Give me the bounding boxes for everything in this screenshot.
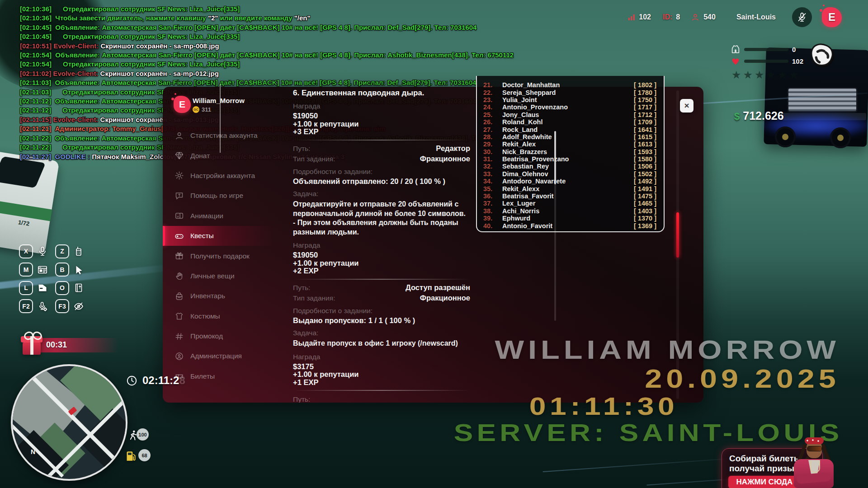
sidebar-item-promocode[interactable]: Промокод — [163, 326, 274, 346]
quest-property-row: Тип задания:Фракционное — [293, 294, 470, 302]
quest-value: +3 EXP — [293, 128, 470, 136]
top-players-dialog: 21.Doctor_Manhattan[ 1802 ]22.Sereja_She… — [476, 76, 665, 232]
sidebar-item-label: Помощь по игре — [190, 192, 243, 200]
sidebar-item-help[interactable]: Помощь по игре — [163, 186, 274, 206]
leaderboard-row[interactable]: 38.Achi_Norris[ 1403 ] — [483, 207, 657, 215]
radio-icon — [73, 246, 84, 257]
leaderboard-row[interactable]: 40.Antonio_Favorit[ 1369 ] — [483, 222, 657, 229]
watermark-date: 20.09.2025 — [645, 363, 840, 394]
keybind-key-F3: F3 — [55, 299, 69, 313]
gc-value: 311 — [202, 106, 211, 113]
evolve-logo-icon: E — [174, 96, 191, 113]
leaderboard-row[interactable]: 33.Dima_Olehnov[ 1502 ] — [483, 170, 657, 178]
quest-header: 6. Единственная подводная дыра. — [293, 89, 470, 98]
chat-line: [02:11:02] Evolve-Client: Скриншот сохра… — [20, 69, 514, 78]
giftbox-icon — [175, 251, 184, 261]
keybind-key-L: L — [19, 281, 33, 295]
mic-icon — [37, 246, 48, 257]
leaderboard-row[interactable]: 37.Lex_Luger[ 1465 ] — [483, 200, 657, 207]
leaderboard-row[interactable]: 21.Doctor_Manhattan[ 1802 ] — [483, 81, 657, 89]
keybind-key-M: M — [19, 263, 33, 277]
content-scrollbar-track[interactable] — [554, 131, 556, 321]
sidebar-item-label: Анимации — [190, 212, 223, 220]
leaderboard-row[interactable]: 39.Ephwurd[ 1370 ] — [483, 215, 657, 222]
panel-scrollbar-thumb[interactable] — [676, 212, 679, 258]
leaderboard-row[interactable]: 27.Rock_Land[ 1641 ] — [483, 126, 657, 133]
dialog-edge-line — [220, 84, 221, 153]
keybind-key-O: O — [55, 281, 69, 295]
content-scrollbar-thumb[interactable] — [554, 131, 556, 184]
north-label: N — [31, 448, 35, 455]
sidebar-item-donate[interactable]: Донат — [163, 145, 274, 165]
sidebar-item-label: Квесты — [190, 232, 214, 240]
sidebar-item-label: Администрация — [190, 352, 242, 360]
quest-value: +1.00 к репутации — [293, 120, 470, 128]
armor-icon — [731, 44, 741, 54]
sidebar-item-anims[interactable]: Анимации — [163, 206, 274, 226]
promo-character: ✝ — [781, 432, 849, 488]
watermark-time: 01:11:30 — [529, 391, 678, 421]
sidebar-item-settings[interactable]: Настройки аккаунта — [163, 166, 274, 186]
leaderboard-row[interactable]: 26.Roland_Kohl[ 1709 ] — [483, 118, 657, 126]
leaderboard-row[interactable]: 23.Yulia_Joint[ 1750 ] — [483, 96, 657, 103]
id-value: 8 — [676, 13, 680, 21]
leaderboard-row[interactable]: 28.Adolf_Redwhite[ 1615 ] — [483, 133, 657, 141]
chat-line: [02:10:51] Evolve-Client: Скриншот сохра… — [20, 42, 514, 51]
leaderboard-row[interactable]: 29.Rekit_Alex[ 1613 ] — [483, 141, 657, 148]
truck-grille — [788, 89, 856, 111]
leaderboard-row[interactable]: 32.Sebastian_Rey[ 1506 ] — [483, 163, 657, 170]
chat-line: [02:10:54] Объявление: Автомастерская Sa… — [20, 51, 514, 60]
sidebar-item-personal[interactable]: Личные вещи — [163, 266, 274, 286]
sidebar-item-label: Донат — [190, 152, 210, 160]
sidebar-menu: Статистика аккаунтаДонатНастройки аккаун… — [163, 126, 274, 386]
leaderboard-row[interactable]: 31.Beatrisa_Provenzano[ 1580 ] — [483, 155, 657, 163]
leaderboard-row[interactable]: 35.Rekit_Alexx[ 1491 ] — [483, 185, 657, 192]
sidebar-item-inventory[interactable]: Инвентарь — [163, 286, 274, 306]
quest-value: +1 EXP — [293, 379, 470, 387]
fist-weapon-icon — [805, 39, 839, 75]
chat-line: [02:10:45] Объявление: Автомастерская Sa… — [20, 23, 514, 32]
sidebar-item-admin[interactable]: Администрация — [163, 346, 274, 366]
gc-coin-icon: GC — [193, 106, 199, 113]
sidebar-item-quests[interactable]: Квесты — [163, 226, 274, 246]
fuel-badge: 68 — [138, 449, 151, 461]
close-button[interactable]: × — [680, 99, 693, 113]
keybind-key-X: X — [19, 244, 33, 258]
leaderboard-row[interactable]: 24.Antonio_Provenzano[ 1717 ] — [483, 103, 657, 111]
quest-value: Объявлений отправлено: 20 / 20 ( 100 % ) — [293, 178, 470, 186]
chat-line: [02:10:36] Чтобы завести двигатель, нажм… — [20, 14, 514, 23]
micgear-icon — [37, 301, 48, 312]
sidebar-item-getgift[interactable]: Получить подарок — [163, 246, 274, 266]
truck-wheel — [775, 127, 796, 147]
server-name: Saint-Louis — [736, 13, 776, 21]
evolve-logo-icon: E — [822, 7, 842, 27]
quest-label: Задача: — [293, 190, 470, 198]
health-row: 102 — [731, 55, 808, 67]
minimap: N — [11, 364, 127, 481]
signal-bars-icon — [627, 13, 636, 22]
leaderboard-row[interactable]: 25.Jony_Claus[ 1712 ] — [483, 111, 657, 118]
sidebar-item-costumes[interactable]: Костюмы — [163, 306, 274, 326]
keybind-key-B: B — [55, 263, 69, 277]
truck-wheel — [830, 127, 851, 148]
quest-value: $19050 — [293, 112, 470, 120]
fuel-icon — [124, 449, 138, 463]
leaderboard-row[interactable]: 30.Nick_Brazzers[ 1593 ] — [483, 148, 657, 155]
quest-task: Выдайте пропуск в офис 1 игроку (/newsca… — [293, 339, 470, 348]
voice-muted-indicator[interactable] — [792, 7, 812, 27]
quest-value: +2 EXP — [293, 267, 470, 275]
money-display: $712.626 — [734, 109, 784, 122]
quest-divider — [293, 140, 470, 141]
online-count: 540 — [703, 13, 716, 21]
sidebar-item-stats[interactable]: Статистика аккаунта — [163, 126, 274, 145]
quest-property-row: Тип задания:Фракционное — [293, 155, 470, 163]
quest-divider — [293, 390, 470, 391]
leaderboard-row[interactable]: 36.Beatrisa_Favorit[ 1475 ] — [483, 192, 657, 200]
leaderboard-row[interactable]: 34.Antodoro_Navarrete[ 1492 ] — [483, 178, 657, 185]
currency-icon: $ — [734, 111, 740, 122]
leaderboard-row[interactable]: 22.Sereja_Sheppard[ 1780 ] — [483, 89, 657, 96]
keybind-hints: XZMBLOF2F3 — [19, 242, 91, 315]
browser-icon — [37, 264, 48, 275]
quest-content: 6. Единственная подводная дыра.Награда$1… — [293, 87, 470, 403]
stamina-badge: 100 — [137, 428, 149, 441]
